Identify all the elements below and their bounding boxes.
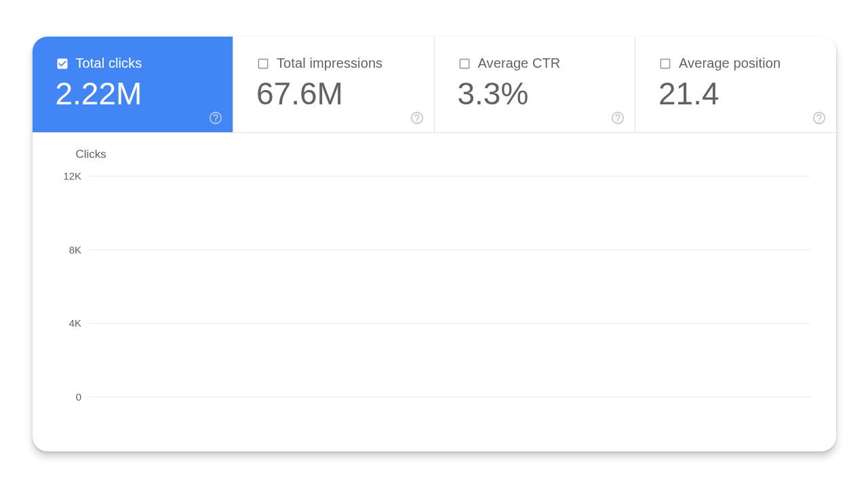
tab-label: Average position [679, 56, 781, 71]
chart-title: Clicks [76, 148, 820, 161]
tab-total-impressions[interactable]: Total impressions 67.6M [233, 37, 434, 133]
help-icon[interactable] [610, 110, 625, 125]
checkbox-unchecked-icon [256, 57, 270, 70]
checkbox-unchecked-icon [458, 57, 471, 70]
tab-label: Total impressions [277, 56, 382, 71]
svg-text:0: 0 [75, 391, 81, 403]
tab-value: 3.3% [458, 78, 612, 109]
tab-average-ctr[interactable]: Average CTR 3.3% [434, 37, 635, 133]
help-icon[interactable] [812, 110, 827, 125]
tab-label: Average CTR [478, 56, 561, 71]
svg-text:8K: 8K [68, 244, 81, 256]
clicks-line-chart: 04K8K12K [47, 171, 820, 428]
tab-label: Total clicks [76, 56, 142, 71]
help-icon[interactable] [410, 110, 425, 125]
tab-average-position[interactable]: Average position 21.4 [635, 37, 836, 133]
performance-card: Total clicks 2.22M Total impressions 67.… [33, 37, 836, 451]
tab-value: 67.6M [256, 78, 411, 109]
tab-value: 2.22M [56, 78, 210, 109]
svg-text:4K: 4K [68, 317, 81, 329]
checkbox-checked-icon [56, 57, 69, 70]
tab-total-clicks[interactable]: Total clicks 2.22M [33, 37, 233, 133]
help-icon[interactable] [208, 110, 223, 125]
metric-tabs: Total clicks 2.22M Total impressions 67.… [33, 37, 836, 133]
checkbox-unchecked-icon [658, 57, 672, 70]
tab-value: 21.4 [658, 78, 813, 109]
svg-text:12K: 12K [63, 171, 81, 182]
